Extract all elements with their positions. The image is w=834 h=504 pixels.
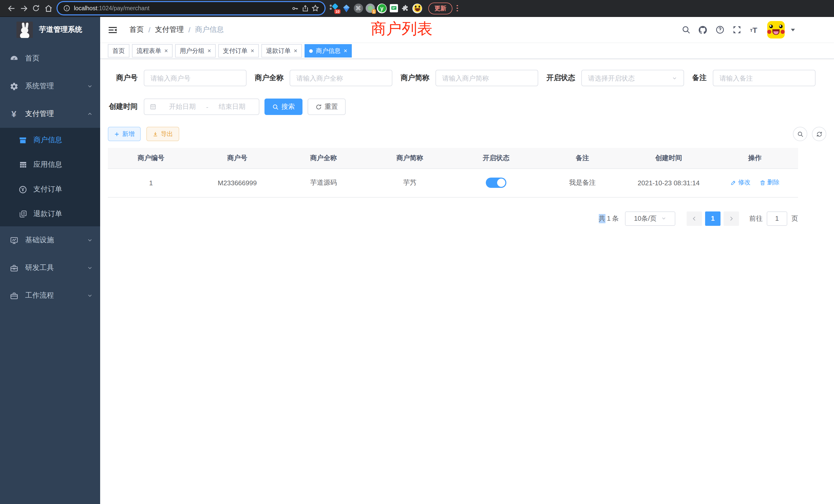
sidebar-menu: 首页 系统管理 ¥ 支付管理 [0,45,100,310]
extension-gem-icon[interactable] [341,2,352,14]
browser-home-icon[interactable] [42,2,54,14]
yen-circle-icon [19,185,27,194]
delete-link[interactable]: 删除 [760,178,780,187]
browser-reload-icon[interactable] [30,2,42,14]
close-icon[interactable]: × [294,48,297,54]
cell-create-time: 2021-10-23 08:31:14 [626,168,712,197]
cell-status [453,168,539,197]
sidebar-item-payment[interactable]: ¥ 支付管理 [0,100,100,128]
sidebar-item-pay-order[interactable]: 支付订单 [0,177,100,202]
page-number-1[interactable]: 1 [705,211,721,226]
sidebar-item-dev-tools[interactable]: 研发工具 [0,254,100,282]
breadcrumb-current: 商户信息 [195,25,224,35]
tab-home[interactable]: 首页 [108,44,129,58]
extension-green-board-icon[interactable] [388,2,399,14]
extensions-puzzle-icon[interactable] [399,2,411,14]
sidebar-item-refund-order[interactable]: 退款订单 [0,202,100,226]
yen-icon: ¥ [9,109,19,118]
table-header-row: 商户编号 商户号 商户全称 商户简称 开启状态 备注 创建时间 操作 [108,148,798,168]
page-size-select[interactable]: 10条/页 [625,211,675,226]
filter-label: 开启状态 [546,73,575,83]
user-avatar[interactable] [767,21,785,39]
sidebar-item-label: 工作流程 [25,291,87,300]
column-header: 备注 [539,148,626,168]
breadcrumb-home[interactable]: 首页 [129,25,144,35]
edit-pencil-icon [730,180,737,186]
extension-emoji-face-icon[interactable] [411,2,423,14]
sidebar-item-home[interactable]: 首页 [0,45,100,72]
browser-forward-icon[interactable] [18,2,30,14]
documents-icon [19,210,27,219]
export-button[interactable]: 导出 [146,127,179,141]
font-size-icon[interactable]: тT [745,22,762,38]
tab-process-form[interactable]: 流程表单× [132,44,173,58]
download-icon [153,131,158,137]
table-row: 1 M233666999 芋道源码 芋艿 我是备注 2021-10-23 08:… [108,168,798,197]
column-header: 商户编号 [108,148,194,168]
column-header: 商户简称 [367,148,453,168]
table-toolbar: 新增 导出 [108,127,826,141]
create-time-range-picker[interactable]: 开始日期 - 结束日期 [144,98,259,115]
extension-command-icon[interactable]: ⌘ [352,2,364,14]
browser-back-icon[interactable] [5,2,18,14]
close-icon[interactable]: × [250,48,254,54]
next-page-button[interactable] [724,211,739,226]
close-icon[interactable]: × [344,48,347,54]
prev-page-button[interactable] [687,211,702,226]
breadcrumb-payment[interactable]: 支付管理 [155,25,184,35]
password-key-icon[interactable] [290,2,300,14]
extension-gray-circle-icon[interactable]: 1 [364,2,376,14]
status-toggle[interactable] [486,178,506,188]
tab-merchant-info[interactable]: 商户信息× [305,44,352,58]
browser-menu-icon[interactable] [457,5,458,12]
filter-label: 创建时间 [108,102,138,111]
sidebar-item-app-info[interactable]: 应用信息 [0,153,100,177]
sidebar-collapse-icon[interactable] [108,25,118,35]
short-name-input[interactable] [436,70,538,86]
fullscreen-icon[interactable] [728,22,745,38]
sidebar-item-infrastructure[interactable]: 基础设施 [0,226,100,254]
briefcase-icon [9,291,19,300]
toolbar-right-icons [793,127,826,141]
browser-update-button[interactable]: 更新 [428,2,453,14]
sidebar-item-label: 基础设施 [25,235,87,245]
monitor-chart-icon [9,235,19,245]
full-name-input[interactable] [290,70,392,86]
help-icon[interactable] [711,22,728,38]
edit-link[interactable]: 修改 [730,178,750,187]
tab-user-group[interactable]: 用户分组× [175,44,216,58]
plus-icon [114,131,120,137]
extension-y-green-icon[interactable]: y [376,2,388,14]
sidebar-item-system[interactable]: 系统管理 [0,72,100,100]
app-logo[interactable]: 芋道管理系统 [0,17,100,43]
close-icon[interactable]: × [164,48,168,54]
add-button[interactable]: 新增 [108,127,141,141]
toggle-search-icon[interactable] [793,127,807,141]
chevron-up-icon [87,111,93,117]
filter-merchant-no: 商户号 [108,70,246,86]
sidebar-item-merchant-info[interactable]: 商户信息 [0,128,100,153]
share-icon[interactable] [300,2,310,14]
site-info-icon[interactable] [62,2,72,14]
reset-button[interactable]: 重置 [308,98,346,115]
remark-input[interactable] [713,70,815,86]
bookmark-star-icon[interactable] [310,2,321,14]
header-search-icon[interactable] [677,22,694,38]
merchant-no-input[interactable] [144,70,246,86]
tab-refund-order[interactable]: 退款订单× [261,44,302,58]
github-icon[interactable] [694,22,711,38]
search-button[interactable]: 搜索 [264,98,303,115]
goto-page-input[interactable] [767,211,787,226]
sidebar-item-workflow[interactable]: 工作流程 [0,282,100,310]
browser-address-bar[interactable]: localhost:1024/pay/merchant [58,2,325,14]
close-icon[interactable]: × [207,48,211,54]
status-select[interactable] [581,70,684,86]
screen: localhost:1024/pay/merchant 10 ⌘ [0,0,834,504]
extension-blue-diamond-icon[interactable]: 10 [329,2,341,14]
tab-pay-order[interactable]: 支付订单× [218,44,259,58]
sidebar-submenu-payment: 商户信息 应用信息 支付订单 [0,128,100,226]
cell-full-name: 芋道源码 [280,168,367,197]
refresh-table-icon[interactable] [812,127,826,141]
avatar-caret-icon[interactable] [791,28,795,31]
cell-merchant-id: 1 [108,168,194,197]
